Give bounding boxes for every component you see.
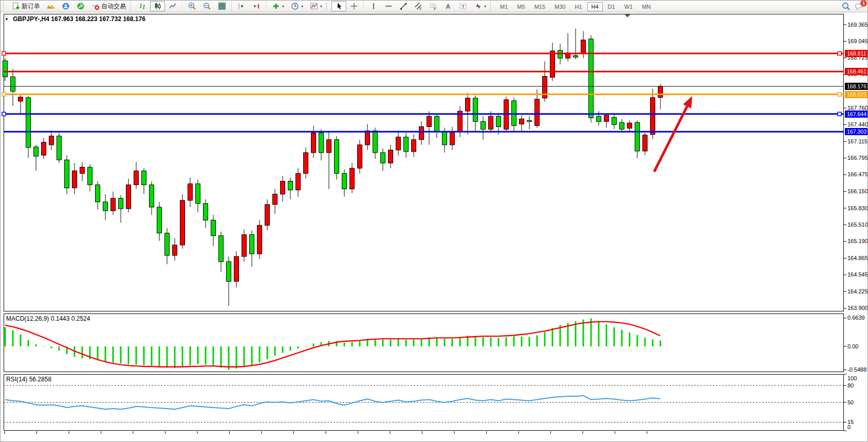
chevron-down-icon: ▾ bbox=[282, 4, 284, 9]
signals-button[interactable] bbox=[73, 1, 88, 11]
candlestick-button[interactable] bbox=[150, 1, 165, 11]
cursor-button[interactable] bbox=[331, 1, 346, 11]
candle-body bbox=[350, 168, 355, 189]
gold-button[interactable] bbox=[43, 1, 58, 11]
line-chart-button[interactable] bbox=[165, 1, 180, 11]
candle-body bbox=[257, 225, 262, 254]
line-handle[interactable] bbox=[2, 93, 6, 96]
timeframe-d1[interactable]: D1 bbox=[604, 2, 619, 11]
price-badge: 168.811 bbox=[845, 50, 868, 57]
text-button[interactable]: A bbox=[440, 1, 455, 11]
new-order-icon bbox=[11, 2, 20, 11]
trendline-button[interactable] bbox=[396, 1, 411, 11]
candle-body bbox=[150, 185, 154, 207]
candle-body bbox=[180, 200, 185, 245]
candle-body bbox=[520, 119, 524, 124]
candle-body bbox=[65, 160, 69, 188]
candle-body bbox=[288, 181, 293, 190]
price-badge: 168.023 bbox=[845, 91, 868, 98]
tile-windows-icon bbox=[217, 2, 226, 11]
timeframe-h4[interactable]: H4 bbox=[587, 2, 603, 11]
rsi-axis-label: 0 bbox=[847, 424, 851, 430]
svg-text:F: F bbox=[434, 7, 436, 11]
candle-body bbox=[88, 167, 93, 185]
candle-body bbox=[558, 50, 563, 58]
auto-scroll-button[interactable] bbox=[234, 1, 249, 11]
zoom-out-button[interactable] bbox=[199, 1, 214, 11]
candle-body bbox=[311, 133, 316, 153]
candlestick-icon bbox=[153, 2, 162, 11]
text-label-icon: T bbox=[458, 2, 467, 11]
templates-button[interactable]: ▾ bbox=[306, 1, 325, 11]
price-badge: 167.303 bbox=[845, 128, 868, 135]
candle-body bbox=[612, 117, 617, 124]
candle-body bbox=[3, 61, 8, 77]
timeframe-w1[interactable]: W1 bbox=[620, 2, 637, 11]
macd-pane[interactable] bbox=[4, 314, 844, 372]
notifications-button[interactable]: 1 bbox=[855, 2, 863, 11]
candle-body bbox=[103, 202, 108, 211]
chart-shift-icon bbox=[252, 2, 261, 11]
candle-body bbox=[19, 97, 23, 101]
search-icon[interactable] bbox=[842, 2, 851, 11]
toolbar-grip[interactable] bbox=[326, 2, 329, 10]
macd-axis-label: 0.6639 bbox=[847, 315, 865, 321]
candle-body bbox=[281, 181, 285, 194]
timeframe-m15[interactable]: M15 bbox=[530, 2, 549, 11]
new-order-button[interactable]: 新订单 bbox=[8, 1, 43, 11]
timeframe-mn[interactable]: MN bbox=[638, 2, 655, 11]
candle-body bbox=[604, 115, 609, 121]
candle-body bbox=[365, 131, 370, 145]
vertical-line-icon bbox=[369, 2, 378, 11]
time-axis[interactable] bbox=[1, 431, 844, 441]
timeframe-h1[interactable]: H1 bbox=[570, 2, 586, 11]
channel-button[interactable]: E bbox=[411, 1, 426, 11]
one-click-trading-toggle[interactable]: ▼ bbox=[5, 17, 9, 22]
candle-body bbox=[381, 153, 385, 163]
timeframe-m30[interactable]: M30 bbox=[550, 2, 569, 11]
rsi-axis-label: 50 bbox=[847, 399, 854, 406]
tile-windows-button[interactable] bbox=[214, 1, 229, 11]
candle-body bbox=[327, 140, 331, 153]
cursor-icon bbox=[335, 2, 343, 11]
price-badge: 168.176 bbox=[845, 83, 868, 90]
periods-button[interactable]: ▾ bbox=[287, 1, 306, 11]
clock-icon bbox=[290, 2, 299, 11]
candle-body bbox=[173, 245, 177, 255]
text-label-button[interactable]: T bbox=[455, 1, 470, 11]
auto-trading-button[interactable]: 自动交易 bbox=[88, 1, 129, 11]
toolbar-grip[interactable] bbox=[3, 2, 6, 10]
candle-body bbox=[96, 185, 100, 202]
timeframe-m5[interactable]: M5 bbox=[513, 2, 529, 11]
line-handle[interactable] bbox=[838, 51, 841, 55]
community-button[interactable] bbox=[58, 1, 73, 11]
candle-body bbox=[535, 99, 540, 126]
main-chart-pane[interactable] bbox=[4, 14, 844, 311]
auto-scroll-icon bbox=[237, 2, 246, 11]
trendline-icon bbox=[399, 2, 408, 11]
bar-chart-button[interactable] bbox=[135, 1, 150, 11]
toolbar-grip[interactable] bbox=[490, 2, 493, 10]
line-handle[interactable] bbox=[838, 93, 841, 96]
horizontal-line-button[interactable] bbox=[381, 1, 396, 11]
fibonacci-button[interactable]: F bbox=[426, 1, 440, 11]
indicators-button[interactable]: ▾ bbox=[268, 1, 287, 11]
line-handle[interactable] bbox=[2, 112, 6, 116]
candle-body bbox=[651, 98, 655, 135]
toolbar: 新订单 自动交易 bbox=[1, 1, 868, 12]
timeframe-m1[interactable]: M1 bbox=[496, 2, 512, 11]
line-handle[interactable] bbox=[2, 51, 6, 55]
candle-body bbox=[496, 116, 501, 126]
toolbar-grip[interactable] bbox=[130, 2, 133, 10]
rsi-axis-label: 100 bbox=[847, 375, 857, 381]
line-handle[interactable] bbox=[838, 112, 841, 116]
chart-canvas[interactable] bbox=[1, 1, 868, 442]
vertical-line-button[interactable] bbox=[366, 1, 381, 11]
zoom-in-button[interactable] bbox=[184, 1, 199, 11]
crosshair-button[interactable] bbox=[346, 1, 361, 11]
arrows-button[interactable]: ▾ bbox=[470, 1, 489, 11]
chart-shift-button[interactable] bbox=[249, 1, 264, 11]
candle-body bbox=[319, 133, 324, 153]
candle-body bbox=[412, 140, 416, 152]
candle-body bbox=[481, 121, 486, 129]
